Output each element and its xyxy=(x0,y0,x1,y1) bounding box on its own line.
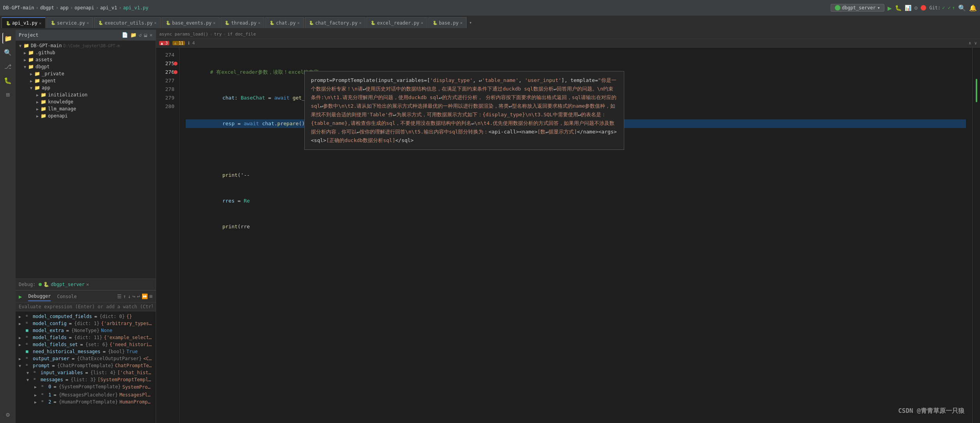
tree-github[interactable]: ▶ 📁 .github xyxy=(16,49,156,56)
close-sidebar-icon[interactable]: ✕ xyxy=(149,32,153,38)
breadcrumb-dbgpt[interactable]: dbgpt xyxy=(40,5,54,11)
debug-server[interactable]: 🐍 dbgpt_server ✕ xyxy=(39,282,89,287)
close-debug-icon[interactable]: ✕ xyxy=(86,282,89,287)
arrow-down-icon[interactable]: ∨ xyxy=(974,41,977,46)
debug-list-icon[interactable]: ☰ xyxy=(117,293,122,299)
close-tab-icon[interactable]: ✕ xyxy=(359,21,361,25)
breadcrumb-openapi[interactable]: openapi xyxy=(75,5,94,11)
tree-initialization[interactable]: ▶ 📁 initialization xyxy=(16,91,156,98)
evaluate-input[interactable] xyxy=(16,302,156,311)
coverage-icon[interactable]: 📊 xyxy=(905,5,911,11)
var-model-computed-fields[interactable]: ▶ ≡ model_computed_fields = {dict: 0} {} xyxy=(19,313,153,320)
git-label: Git: xyxy=(929,5,941,11)
breadcrumb-api-v1[interactable]: api_v1 xyxy=(100,5,117,11)
var-prompt[interactable]: ▼ ≡ prompt = {ChatPromptTemplate} ChatPr… xyxy=(19,362,153,369)
stop-icon[interactable] xyxy=(921,5,926,11)
debug-down-icon[interactable]: ↓ xyxy=(128,293,131,299)
git-activity-icon[interactable]: ⎇ xyxy=(2,61,13,72)
close-tab-icon[interactable]: ✕ xyxy=(297,21,300,25)
code-breadcrumb-try[interactable]: try xyxy=(214,32,222,37)
extensions-icon[interactable]: ⊞ xyxy=(2,89,13,100)
server-label: dbgpt_server xyxy=(842,5,876,11)
refresh-icon[interactable]: ↺ xyxy=(139,32,142,38)
tab-chat[interactable]: 🐍 chat.py ✕ xyxy=(265,17,304,28)
tree-github-label: .github xyxy=(36,50,55,55)
expand-arrow: ▶ xyxy=(28,72,34,76)
server-button[interactable]: dbgpt_server ▾ xyxy=(831,4,884,12)
tree-private[interactable]: ▶ 📁 _private xyxy=(16,70,156,77)
notification-icon[interactable]: 🔔 xyxy=(969,4,977,12)
tab-console[interactable]: Console xyxy=(57,292,77,301)
var-model-config[interactable]: ▶ ≡ model_config = {dict: 1} {'arbitrary… xyxy=(19,320,153,327)
run-icon[interactable]: ▶ xyxy=(888,4,892,12)
var-input-variables[interactable]: ▼ ≡ input_variables = {list: 4} ['chat_h… xyxy=(19,369,153,376)
tab-chat-factory[interactable]: 🐍 chat_factory.py ✕ xyxy=(305,17,366,28)
debug-resume-icon[interactable]: ⏩ xyxy=(142,293,148,299)
close-tab-icon[interactable]: ✕ xyxy=(39,21,41,25)
code-breadcrumb-func[interactable]: async params_load() xyxy=(159,32,208,37)
tree-assets[interactable]: ▶ 📁 assets xyxy=(16,56,156,63)
close-tab-icon[interactable]: ✕ xyxy=(87,21,89,25)
debug-grid-icon[interactable]: ⊞ xyxy=(149,293,153,299)
debug-run-icon[interactable]: ▶ xyxy=(19,293,22,300)
search-activity-icon[interactable]: 🔍 xyxy=(2,47,13,58)
close-tab-icon[interactable]: ✕ xyxy=(460,21,462,25)
var-model-extra[interactable]: ▶ ■ model_extra = {NoneType} None xyxy=(19,327,153,334)
explorer-icon[interactable]: 📁 xyxy=(2,33,13,44)
new-file-icon[interactable]: 📄 xyxy=(122,32,128,38)
var-model-fields-set[interactable]: ▶ ≡ model_fields_set = {set: 6} {'need_h… xyxy=(19,341,153,348)
tab-excel-reader[interactable]: 🐍 excel_reader.py ✕ xyxy=(366,17,427,28)
settings-icon[interactable]: ⚙ xyxy=(914,5,918,11)
var-need-historical[interactable]: ▶ ■ need_historical_messages = {bool} Tr… xyxy=(19,348,153,355)
debug-activity-icon[interactable]: 🐛 xyxy=(2,75,13,86)
tree-root[interactable]: ▼ 📁 DB-GPT-main D:\Code_jupyter\DB-GPT-m xyxy=(16,42,156,49)
var-msg-0[interactable]: ▶ ≡ 0 = {SystemPromptTemplate} SystemPro… xyxy=(19,383,153,391)
debug-step-out-icon[interactable]: ↩ xyxy=(137,293,140,299)
breadcrumb-file[interactable]: api_v1.py xyxy=(123,5,148,11)
tree-dbgpt[interactable]: ▼ 📁 dbgpt xyxy=(16,63,156,70)
var-msg-1[interactable]: ▶ ≡ 1 = {MessagesPlaceholder} MessagesPl… xyxy=(19,391,153,398)
breakpoint-275[interactable] xyxy=(174,62,178,66)
folder-icon: 📁 xyxy=(41,99,46,105)
collapse-icon[interactable]: ⬓ xyxy=(144,32,147,38)
close-tab-icon[interactable]: ✕ xyxy=(421,21,423,25)
breakpoint-276[interactable] xyxy=(174,70,178,74)
debug-step-into-icon[interactable]: ↪ xyxy=(133,293,136,299)
var-model-fields[interactable]: ▶ ≡ model_fields = {dict: 11} {'example_… xyxy=(19,334,153,341)
tab-thread[interactable]: 🐍 thread.py ✕ xyxy=(220,17,265,28)
breadcrumb-root[interactable]: DB-GPT-main xyxy=(3,5,34,11)
tree-llm-manage[interactable]: ▶ 📁 llm_manage xyxy=(16,105,156,112)
tree-openapi[interactable]: ▶ 📁 openapi xyxy=(16,112,156,119)
debug-up-icon[interactable]: ↑ xyxy=(123,293,126,299)
tree-knowledge[interactable]: ▶ 📁 knowledge xyxy=(16,98,156,105)
file-tree: ▼ 📁 DB-GPT-main D:\Code_jupyter\DB-GPT-m… xyxy=(16,41,156,279)
new-folder-icon[interactable]: 📁 xyxy=(130,32,137,38)
var-messages[interactable]: ▼ ≡ messages = {list: 3} [SystemPromptTe… xyxy=(19,376,153,383)
tree-agent-label: agent xyxy=(42,78,56,84)
settings-activity-icon[interactable]: ⚙ xyxy=(2,409,13,420)
line-numbers: 274 275 276 277 278 279 280 xyxy=(156,48,179,423)
var-output-parser[interactable]: ▶ ≡ output_parser = {ChatExcelOutputPars… xyxy=(19,355,153,362)
close-tab-icon[interactable]: ✕ xyxy=(258,21,260,25)
breadcrumb-app[interactable]: app xyxy=(60,5,69,11)
tree-app[interactable]: ▼ 📁 app xyxy=(16,84,156,91)
close-tab-icon[interactable]: ✕ xyxy=(213,21,215,25)
tree-agent[interactable]: ▶ 📁 agent xyxy=(16,77,156,84)
tab-base-events[interactable]: 🐍 base_events.py ✕ xyxy=(162,17,220,28)
tab-executor-utils[interactable]: 🐍 executor_utils.py ✕ xyxy=(94,17,161,28)
arrow-up-icon[interactable]: ∧ xyxy=(969,41,971,46)
tab-api-v1[interactable]: 🐍 api_v1.py ✕ xyxy=(2,17,46,28)
tab-debugger[interactable]: Debugger xyxy=(28,292,51,301)
top-bar-right: dbgpt_server ▾ ▶ 🐛 📊 ⚙ Git: ✓ ✓ ↑ 🔍 🔔 xyxy=(831,4,977,12)
py-icon: 🐍 xyxy=(270,21,274,25)
debug-icon[interactable]: 🐛 xyxy=(895,5,902,11)
tab-base[interactable]: 🐍 base.py ✕ xyxy=(428,17,467,28)
search-icon[interactable]: 🔍 xyxy=(958,4,966,12)
tab-label: base_events.py xyxy=(172,20,211,26)
more-tabs-icon[interactable]: ▾ xyxy=(469,20,472,25)
code-breadcrumb-if[interactable]: if doc_file xyxy=(227,32,256,37)
line-274: 274 xyxy=(156,51,179,59)
tab-service[interactable]: 🐍 service.py ✕ xyxy=(46,17,93,28)
var-msg-2[interactable]: ▶ ≡ 2 = {HumanPromptTemplate} HumanPromp… xyxy=(19,398,153,405)
close-tab-icon[interactable]: ✕ xyxy=(154,21,156,25)
